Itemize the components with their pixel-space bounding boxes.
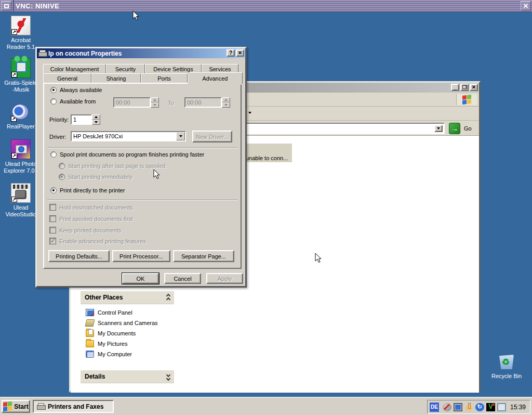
vnc-close-button[interactable]: ✕ (521, 1, 531, 11)
driver-combobox[interactable]: HP DeskJet 970Cxi (71, 131, 186, 141)
spin-up-button[interactable] (151, 97, 159, 102)
help-button[interactable]: ? (227, 49, 235, 57)
tab-advanced[interactable]: Advanced (188, 72, 243, 84)
icon-label: VideoStudio (1, 211, 41, 218)
desktop-icon-acrobat-reader[interactable]: ↗ AcrobatReader 5.1 (1, 16, 41, 50)
updates-icon[interactable]: ↻ (475, 403, 484, 411)
start-immediately-radio[interactable]: Start printing immediately (59, 174, 132, 180)
start-button[interactable]: Start (2, 400, 30, 413)
dialog-title: lp on coconut Properties (48, 50, 122, 57)
minimize-button[interactable]: _ (451, 84, 459, 91)
desktop-icon-ulead-photo-explorer[interactable]: ↗ Ulead PhotoExplorer 7.0 . (1, 139, 41, 174)
desktop-icon-ulead-videostudio[interactable]: ↗ UleadVideoStudio (1, 183, 41, 218)
vnc-desktop-screen: VNC: NINIVE ✕ ↗ AcrobatReader 5.1 ↗ Grat… (0, 0, 532, 415)
spin-down-button[interactable] (222, 102, 230, 108)
link-control-panel[interactable]: Control Panel (86, 307, 174, 318)
vnc-server-icon[interactable]: V (486, 403, 495, 411)
driver-value: HP DeskJet 970Cxi (72, 132, 176, 140)
recycle-glyph: ♻ (502, 357, 510, 368)
print-spooled-first-checkbox[interactable]: Print spooled documents first (49, 215, 133, 222)
close-button[interactable]: ✕ (470, 84, 478, 91)
display-capture-icon[interactable] (454, 403, 462, 411)
start-after-spooled-radio[interactable]: Start printing after last page is spoole… (59, 163, 166, 169)
cancel-button[interactable]: Cancel (164, 273, 201, 284)
ok-button[interactable]: OK (122, 273, 159, 284)
maximize-button[interactable]: ❐ (460, 84, 469, 91)
printer-status-item[interactable]: unable to conn... (245, 144, 292, 162)
printing-defaults-button[interactable]: Printing Defaults... (48, 250, 110, 262)
chevron-down-icon (437, 127, 440, 129)
advanced-features-checkbox[interactable]: Enable advanced printing features (49, 238, 146, 244)
other-places-header[interactable]: Other Places (81, 291, 174, 304)
desktop-icon-realplayer[interactable]: ↗ RealPlayer (1, 102, 41, 130)
checkbox-label: Hold mismatched documents (59, 204, 133, 211)
available-from-radio[interactable]: Available from (50, 98, 96, 105)
driver-label: Driver: (49, 134, 66, 140)
link-label: My Computer (98, 351, 132, 357)
tab-general[interactable]: General (43, 73, 91, 83)
dialog-titlebar[interactable]: lp on coconut Properties ? ✕ (37, 48, 245, 58)
start-label: Start (14, 403, 28, 410)
radio-label: Always available (60, 87, 102, 93)
collapse-chevron-icon[interactable] (167, 294, 170, 301)
go-button[interactable]: → (449, 123, 460, 134)
time-from-spinner[interactable]: 00:00 (113, 97, 159, 108)
spin-up-button[interactable] (222, 97, 230, 102)
priority-spinner[interactable]: 1 (71, 114, 100, 125)
audio-muted-icon[interactable] (443, 403, 451, 411)
separator-page-button[interactable]: Separator Page... (173, 250, 234, 262)
checkbox-icon (49, 227, 56, 234)
details-header[interactable]: Details (81, 370, 174, 383)
icon-label: Explorer 7.0 . (1, 167, 41, 174)
vnc-system-menu-button[interactable] (1, 1, 11, 11)
printer-status-text: unable to conn... (246, 155, 288, 161)
tab-color-management[interactable]: Color Management (43, 64, 106, 73)
print-directly-radio[interactable]: Print directly to the printer (50, 187, 125, 193)
spool-documents-radio[interactable]: Spool print documents so program finishe… (50, 151, 204, 158)
scanner-icon (85, 319, 95, 327)
time-to-value: 00:00 (184, 97, 222, 108)
time-from-value: 00:00 (113, 97, 151, 108)
radio-label: Print directly to the printer (60, 187, 125, 193)
keep-printed-checkbox[interactable]: Keep printed documents (49, 227, 121, 234)
apply-button[interactable]: Apply (206, 273, 243, 284)
window-icon (4, 4, 9, 8)
mouse-cursor (153, 169, 161, 179)
combo-dropdown-button[interactable] (176, 132, 185, 140)
go-label[interactable]: Go (464, 125, 472, 132)
tab-sharing[interactable]: Sharing (91, 73, 141, 83)
windows-flag-icon (3, 401, 12, 411)
link-my-documents[interactable]: My Documents (86, 328, 174, 339)
tab-security[interactable]: Security (106, 64, 145, 73)
hold-mismatched-checkbox[interactable]: Hold mismatched documents (49, 204, 133, 211)
spin-down-button[interactable] (92, 120, 100, 125)
toolbar-dropdown-icon[interactable] (248, 112, 251, 114)
link-my-computer[interactable]: My Computer (86, 349, 174, 359)
time-to-spinner[interactable]: 00:00 (184, 97, 230, 108)
realplayer-icon: ↗ (11, 102, 31, 122)
link-scanners-cameras[interactable]: Scanners and Cameras (86, 318, 174, 328)
tab-ports[interactable]: Ports (141, 73, 188, 83)
priority-value[interactable]: 1 (71, 114, 92, 125)
taskbar-task-printers-and-faxes[interactable]: Printers and Faxes (33, 400, 114, 413)
task-label: Printers and Faxes (48, 403, 103, 410)
language-indicator[interactable]: DE (430, 403, 439, 412)
radio-icon (50, 187, 57, 193)
close-button[interactable]: ✕ (236, 49, 244, 57)
hand-pointer-icon[interactable] (464, 403, 473, 411)
address-dropdown-button[interactable] (434, 125, 443, 132)
checkbox-icon (49, 238, 56, 244)
monitor-icon[interactable] (497, 403, 506, 411)
print-processor-button[interactable]: Print Processor... (112, 250, 170, 262)
my-documents-icon (86, 330, 94, 337)
spin-up-button[interactable] (92, 114, 100, 120)
expand-chevron-icon[interactable] (167, 373, 170, 380)
always-available-radio[interactable]: Always available (50, 87, 102, 93)
desktop-icon-gratis-spiele[interactable]: ↗ Gratis-Spiele-Musik (1, 58, 41, 93)
new-driver-button[interactable]: New Driver... (192, 131, 232, 142)
mouse-cursor (315, 253, 322, 263)
spin-down-button[interactable] (151, 102, 159, 108)
desktop-icon-recycle-bin[interactable]: ♻ Recycle Bin (487, 352, 526, 380)
link-my-pictures[interactable]: My Pictures (86, 339, 174, 349)
icon-label: RealPlayer (1, 123, 41, 130)
